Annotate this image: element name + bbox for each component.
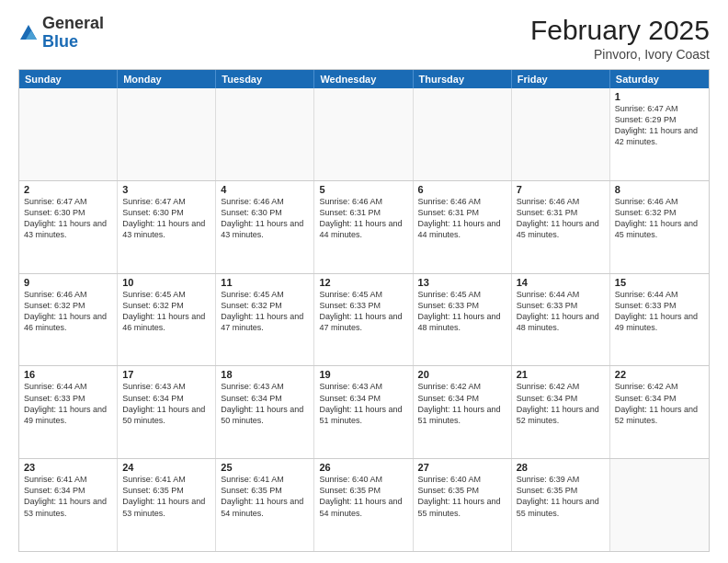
title-block: February 2025 Pinvoro, Ivory Coast	[530, 15, 710, 62]
cal-cell-day-4: 4Sunrise: 6:46 AM Sunset: 6:30 PM Daylig…	[216, 181, 314, 273]
day-number: 11	[221, 277, 309, 288]
day-info: Sunrise: 6:45 AM Sunset: 6:32 PM Dayligh…	[122, 289, 210, 334]
cal-cell-day-27: 27Sunrise: 6:40 AM Sunset: 6:35 PM Dayli…	[414, 459, 512, 551]
cal-cell-day-12: 12Sunrise: 6:45 AM Sunset: 6:33 PM Dayli…	[314, 274, 413, 366]
cal-cell-day-2: 2Sunrise: 6:47 AM Sunset: 6:30 PM Daylig…	[19, 181, 118, 273]
day-number: 18	[221, 369, 309, 380]
day-number: 8	[615, 184, 704, 195]
day-info: Sunrise: 6:40 AM Sunset: 6:35 PM Dayligh…	[319, 474, 407, 519]
day-number: 27	[418, 462, 506, 473]
calendar: SundayMondayTuesdayWednesdayThursdayFrid…	[18, 69, 710, 552]
day-number: 25	[221, 462, 309, 473]
logo: General Blue	[18, 15, 104, 52]
cal-cell-empty	[216, 88, 314, 180]
day-info: Sunrise: 6:46 AM Sunset: 6:30 PM Dayligh…	[221, 196, 309, 241]
cal-cell-day-22: 22Sunrise: 6:42 AM Sunset: 6:34 PM Dayli…	[610, 366, 709, 458]
cal-cell-day-21: 21Sunrise: 6:42 AM Sunset: 6:34 PM Dayli…	[512, 366, 610, 458]
cal-cell-empty	[118, 88, 216, 180]
cal-week-3: 9Sunrise: 6:46 AM Sunset: 6:32 PM Daylig…	[19, 273, 709, 366]
day-info: Sunrise: 6:44 AM Sunset: 6:33 PM Dayligh…	[615, 289, 704, 334]
cal-cell-day-25: 25Sunrise: 6:41 AM Sunset: 6:35 PM Dayli…	[216, 459, 314, 551]
cal-cell-day-11: 11Sunrise: 6:45 AM Sunset: 6:32 PM Dayli…	[216, 274, 314, 366]
day-info: Sunrise: 6:45 AM Sunset: 6:32 PM Dayligh…	[221, 289, 309, 334]
cal-cell-day-3: 3Sunrise: 6:47 AM Sunset: 6:30 PM Daylig…	[118, 181, 216, 273]
cal-header-friday: Friday	[512, 70, 610, 88]
day-info: Sunrise: 6:40 AM Sunset: 6:35 PM Dayligh…	[418, 474, 506, 519]
cal-week-4: 16Sunrise: 6:44 AM Sunset: 6:33 PM Dayli…	[19, 365, 709, 458]
day-info: Sunrise: 6:41 AM Sunset: 6:35 PM Dayligh…	[221, 474, 309, 519]
cal-week-2: 2Sunrise: 6:47 AM Sunset: 6:30 PM Daylig…	[19, 180, 709, 273]
page: General Blue February 2025 Pinvoro, Ivor…	[0, 0, 728, 563]
cal-cell-day-1: 1Sunrise: 6:47 AM Sunset: 6:29 PM Daylig…	[610, 88, 709, 180]
cal-cell-day-23: 23Sunrise: 6:41 AM Sunset: 6:34 PM Dayli…	[19, 459, 118, 551]
day-number: 2	[24, 184, 112, 195]
cal-cell-day-17: 17Sunrise: 6:43 AM Sunset: 6:34 PM Dayli…	[118, 366, 216, 458]
cal-header-wednesday: Wednesday	[314, 70, 413, 88]
day-number: 1	[615, 91, 704, 102]
day-info: Sunrise: 6:47 AM Sunset: 6:29 PM Dayligh…	[615, 103, 704, 148]
cal-cell-day-5: 5Sunrise: 6:46 AM Sunset: 6:31 PM Daylig…	[314, 181, 413, 273]
cal-cell-day-18: 18Sunrise: 6:43 AM Sunset: 6:34 PM Dayli…	[216, 366, 314, 458]
logo-general: General	[42, 14, 104, 32]
day-info: Sunrise: 6:46 AM Sunset: 6:32 PM Dayligh…	[615, 196, 704, 241]
cal-cell-day-24: 24Sunrise: 6:41 AM Sunset: 6:35 PM Dayli…	[118, 459, 216, 551]
day-info: Sunrise: 6:46 AM Sunset: 6:31 PM Dayligh…	[418, 196, 506, 241]
day-number: 9	[24, 277, 112, 288]
day-number: 21	[517, 369, 605, 380]
day-number: 14	[517, 277, 605, 288]
day-info: Sunrise: 6:46 AM Sunset: 6:31 PM Dayligh…	[319, 196, 407, 241]
day-info: Sunrise: 6:39 AM Sunset: 6:35 PM Dayligh…	[517, 474, 605, 519]
day-number: 10	[122, 277, 210, 288]
cal-cell-day-26: 26Sunrise: 6:40 AM Sunset: 6:35 PM Dayli…	[314, 459, 413, 551]
cal-cell-empty	[314, 88, 413, 180]
cal-cell-empty	[512, 88, 610, 180]
cal-cell-day-8: 8Sunrise: 6:46 AM Sunset: 6:32 PM Daylig…	[610, 181, 709, 273]
calendar-body: 1Sunrise: 6:47 AM Sunset: 6:29 PM Daylig…	[19, 88, 709, 551]
cal-cell-empty	[610, 459, 709, 551]
day-info: Sunrise: 6:47 AM Sunset: 6:30 PM Dayligh…	[122, 196, 210, 241]
day-info: Sunrise: 6:43 AM Sunset: 6:34 PM Dayligh…	[221, 381, 309, 426]
day-info: Sunrise: 6:45 AM Sunset: 6:33 PM Dayligh…	[319, 289, 407, 334]
day-info: Sunrise: 6:46 AM Sunset: 6:32 PM Dayligh…	[24, 289, 112, 334]
cal-cell-day-16: 16Sunrise: 6:44 AM Sunset: 6:33 PM Dayli…	[19, 366, 118, 458]
month-year: February 2025	[530, 15, 710, 45]
location: Pinvoro, Ivory Coast	[530, 47, 710, 62]
day-info: Sunrise: 6:44 AM Sunset: 6:33 PM Dayligh…	[24, 381, 112, 426]
day-info: Sunrise: 6:44 AM Sunset: 6:33 PM Dayligh…	[517, 289, 605, 334]
day-number: 5	[319, 184, 407, 195]
day-info: Sunrise: 6:42 AM Sunset: 6:34 PM Dayligh…	[418, 381, 506, 426]
cal-cell-day-15: 15Sunrise: 6:44 AM Sunset: 6:33 PM Dayli…	[610, 274, 709, 366]
day-number: 26	[319, 462, 407, 473]
cal-cell-empty	[414, 88, 512, 180]
day-info: Sunrise: 6:43 AM Sunset: 6:34 PM Dayligh…	[319, 381, 407, 426]
cal-week-5: 23Sunrise: 6:41 AM Sunset: 6:34 PM Dayli…	[19, 458, 709, 551]
day-info: Sunrise: 6:46 AM Sunset: 6:31 PM Dayligh…	[517, 196, 605, 241]
day-number: 13	[418, 277, 506, 288]
day-info: Sunrise: 6:41 AM Sunset: 6:34 PM Dayligh…	[24, 474, 112, 519]
day-number: 20	[418, 369, 506, 380]
cal-header-sunday: Sunday	[19, 70, 118, 88]
day-info: Sunrise: 6:42 AM Sunset: 6:34 PM Dayligh…	[517, 381, 605, 426]
day-info: Sunrise: 6:42 AM Sunset: 6:34 PM Dayligh…	[615, 381, 704, 426]
cal-header-thursday: Thursday	[414, 70, 512, 88]
day-number: 4	[221, 184, 309, 195]
header: General Blue February 2025 Pinvoro, Ivor…	[18, 15, 710, 62]
cal-cell-day-19: 19Sunrise: 6:43 AM Sunset: 6:34 PM Dayli…	[314, 366, 413, 458]
day-info: Sunrise: 6:45 AM Sunset: 6:33 PM Dayligh…	[418, 289, 506, 334]
day-number: 15	[615, 277, 704, 288]
cal-cell-day-10: 10Sunrise: 6:45 AM Sunset: 6:32 PM Dayli…	[118, 274, 216, 366]
cal-header-saturday: Saturday	[610, 70, 709, 88]
logo-blue: Blue	[42, 32, 78, 51]
calendar-header-row: SundayMondayTuesdayWednesdayThursdayFrid…	[19, 70, 709, 88]
day-number: 7	[517, 184, 605, 195]
cal-cell-day-13: 13Sunrise: 6:45 AM Sunset: 6:33 PM Dayli…	[414, 274, 512, 366]
cal-header-tuesday: Tuesday	[216, 70, 314, 88]
cal-cell-day-14: 14Sunrise: 6:44 AM Sunset: 6:33 PM Dayli…	[512, 274, 610, 366]
cal-cell-day-6: 6Sunrise: 6:46 AM Sunset: 6:31 PM Daylig…	[414, 181, 512, 273]
logo-text: General Blue	[42, 15, 104, 52]
day-number: 23	[24, 462, 112, 473]
cal-header-monday: Monday	[118, 70, 216, 88]
cal-cell-day-20: 20Sunrise: 6:42 AM Sunset: 6:34 PM Dayli…	[414, 366, 512, 458]
day-info: Sunrise: 6:43 AM Sunset: 6:34 PM Dayligh…	[122, 381, 210, 426]
day-number: 17	[122, 369, 210, 380]
